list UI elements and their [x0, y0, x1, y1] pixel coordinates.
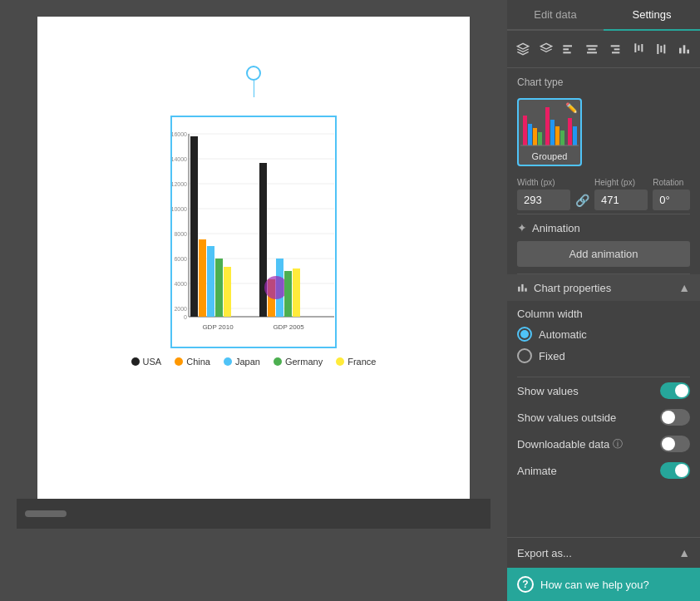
downloadable-data-label: Downloadable data: [517, 438, 609, 451]
rotation-input[interactable]: [653, 190, 690, 210]
chart-type-section-label: Chart type: [507, 68, 700, 93]
column-width-section: Column width Automatic Fixed: [507, 301, 700, 377]
svg-rect-63: [525, 288, 526, 292]
svg-text:14000: 14000: [172, 156, 187, 162]
legend-item-france: France: [336, 357, 376, 367]
align-center-icon: [585, 42, 599, 56]
svg-rect-28: [284, 271, 292, 317]
layers-icon-btn[interactable]: [512, 37, 534, 61]
animate-label: Animate: [517, 465, 557, 477]
rotation-group: Rotation: [653, 178, 690, 210]
svg-rect-29: [293, 268, 300, 317]
radio-automatic-inner: [520, 330, 529, 338]
tab-settings[interactable]: Settings: [604, 0, 700, 29]
svg-rect-23: [224, 267, 231, 317]
svg-rect-54: [545, 107, 550, 145]
svg-rect-34: [564, 52, 571, 53]
chart-inner[interactable]: 16000 14000 12000 10000 8000 6000 4000 2…: [170, 116, 337, 348]
animate-toggle[interactable]: [660, 462, 690, 479]
width-input[interactable]: [517, 190, 570, 210]
svg-rect-20: [199, 239, 206, 317]
svg-rect-32: [564, 45, 573, 47]
link-icon: 🔗: [575, 194, 589, 207]
chart-props-header-left: Chart properties: [517, 282, 611, 294]
align-right-icon-btn[interactable]: [604, 37, 626, 61]
svg-rect-57: [560, 131, 564, 145]
align-vcenter-icon: [654, 42, 668, 56]
svg-text:8000: 8000: [174, 231, 187, 237]
align-center-icon-btn[interactable]: [581, 37, 603, 61]
pin-handle[interactable]: [246, 66, 261, 97]
svg-rect-46: [664, 45, 666, 54]
export-bar[interactable]: Export as... ▲: [507, 537, 700, 568]
animation-header: ✦ Animation: [517, 221, 690, 234]
rotation-label: Rotation: [653, 178, 690, 187]
export-chevron-icon: ▲: [678, 546, 690, 559]
show-values-outside-knob: [662, 411, 675, 424]
help-label: How can we help you?: [540, 579, 649, 591]
svg-rect-49: [687, 50, 689, 54]
chart-container: 16000 14000 12000 10000 8000 6000 4000 2…: [37, 99, 470, 416]
radio-automatic-outer: [517, 327, 532, 342]
svg-rect-50: [523, 116, 527, 145]
svg-rect-55: [550, 120, 555, 145]
column-width-label: Column width: [517, 308, 690, 320]
svg-rect-56: [555, 126, 560, 145]
downloadable-data-label-group: Downloadable data ⓘ: [517, 437, 623, 451]
animation-header-label: Animation: [532, 222, 580, 234]
chart-type-card[interactable]: ✏️ Grouped: [517, 98, 582, 166]
toolbar-icons: [507, 31, 700, 68]
align-top-icon-btn[interactable]: [628, 37, 649, 61]
show-values-row: Show values: [507, 377, 700, 404]
layers2-icon-btn[interactable]: [535, 37, 557, 61]
svg-rect-59: [573, 126, 577, 145]
tab-edit-data[interactable]: Edit data: [507, 0, 604, 29]
svg-rect-21: [207, 246, 214, 317]
align-right-icon: [609, 42, 622, 56]
legend-item-china: China: [175, 357, 210, 367]
svg-rect-19: [190, 136, 198, 317]
width-group: Width (px): [517, 178, 570, 210]
svg-rect-62: [521, 284, 523, 292]
svg-text:GDP 2010: GDP 2010: [202, 323, 234, 331]
height-group: Height (px): [594, 178, 648, 210]
bar-chart-icon-btn[interactable]: [673, 37, 695, 61]
svg-rect-58: [568, 118, 572, 145]
bar-chart-icon: [678, 42, 691, 56]
height-input[interactable]: [594, 190, 648, 210]
svg-rect-42: [638, 45, 639, 51]
align-left-icon-btn[interactable]: [559, 37, 580, 61]
show-values-toggle[interactable]: [660, 382, 690, 399]
svg-text:4000: 4000: [174, 281, 187, 287]
downloadable-data-row: Downloadable data ⓘ: [507, 431, 700, 457]
show-values-outside-toggle[interactable]: [660, 409, 690, 426]
svg-rect-51: [528, 124, 532, 145]
help-bar[interactable]: ? How can we help you?: [507, 568, 700, 601]
animation-icon: ✦: [517, 221, 527, 234]
edit-icon: ✏️: [565, 102, 578, 114]
show-values-outside-row: Show values outside: [507, 404, 700, 431]
show-values-knob: [675, 384, 688, 397]
scrollbar-thumb[interactable]: [25, 510, 67, 517]
right-panel: Edit data Settings: [507, 0, 700, 601]
radio-automatic[interactable]: Automatic: [517, 327, 690, 342]
tabs: Edit data Settings: [507, 0, 700, 31]
svg-rect-33: [564, 48, 569, 50]
help-circle-icon: ?: [517, 576, 534, 593]
height-label: Height (px): [594, 178, 648, 187]
add-animation-button[interactable]: Add animation: [517, 241, 690, 267]
downloadable-data-toggle[interactable]: [660, 436, 690, 452]
info-icon: ⓘ: [613, 437, 623, 451]
align-top-icon: [632, 42, 645, 56]
chart-type-area: ✏️ Grouped: [507, 93, 700, 175]
animate-row: Animate: [507, 457, 700, 484]
align-vcenter-icon-btn[interactable]: [651, 37, 673, 61]
svg-text:12000: 12000: [172, 181, 187, 187]
svg-rect-37: [587, 52, 597, 53]
chart-type-label: Grouped: [532, 151, 568, 161]
svg-text:16000: 16000: [172, 131, 187, 137]
chart-props-header[interactable]: Chart properties ▲: [507, 274, 700, 301]
svg-rect-44: [658, 44, 659, 54]
svg-rect-24: [259, 163, 267, 317]
radio-fixed[interactable]: Fixed: [517, 348, 690, 363]
